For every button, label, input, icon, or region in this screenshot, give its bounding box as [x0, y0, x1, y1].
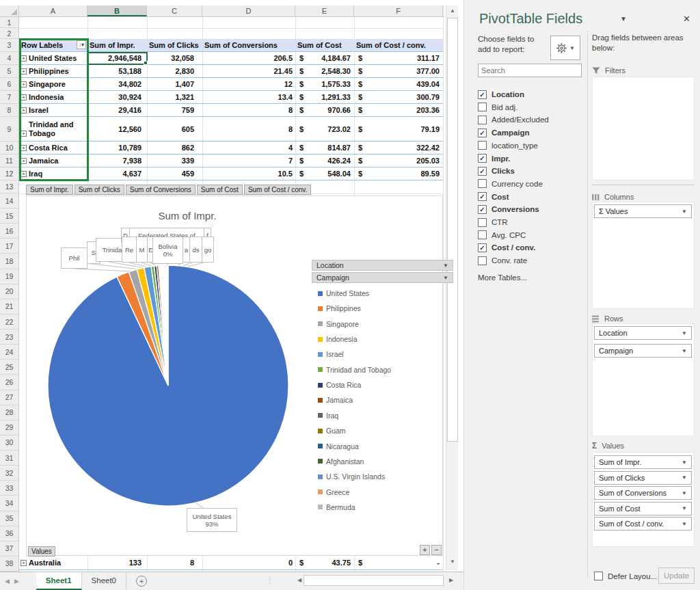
legend-item[interactable]: Israel — [318, 349, 344, 359]
pane-close-icon[interactable]: ✕ — [683, 14, 690, 24]
scroll-down-icon[interactable]: ▼ — [447, 557, 458, 567]
row-header-16[interactable]: 16 — [0, 224, 18, 239]
row-header-22[interactable]: 22 — [0, 314, 18, 330]
legend-item[interactable]: Jamaica — [318, 395, 353, 405]
row-header-5[interactable]: 5 — [0, 65, 18, 78]
row-header-6[interactable]: 6 — [0, 78, 18, 91]
scroll-up-icon[interactable]: ▲ — [447, 5, 458, 16]
field-item-location[interactable]: ✓Location — [478, 88, 584, 100]
legend-item[interactable]: Philippines — [318, 304, 361, 313]
column-header-D[interactable]: D — [202, 5, 295, 16]
collapse-entire-field-button[interactable]: − — [431, 545, 442, 555]
field-item-campaign[interactable]: ✓Campaign — [478, 126, 584, 139]
horizontal-scroll-thumb[interactable] — [304, 575, 444, 586]
scroll-right-icon[interactable]: ▶ — [446, 575, 457, 586]
values-field-sum-of-cost[interactable]: Sum of Cost▼ — [594, 502, 692, 515]
row-header-1[interactable]: 1 — [0, 17, 18, 28]
chart-field-button-campaign[interactable]: Campaign▼ — [312, 272, 453, 283]
row-header-13[interactable]: 13 — [0, 180, 18, 193]
sheet-tab-sheet1[interactable]: Sheet1 — [36, 572, 82, 590]
values-field-button[interactable]: Values — [28, 546, 55, 557]
values-field-sum-of-impr-[interactable]: Sum of Impr.▼ — [594, 455, 692, 469]
legend-item[interactable]: Greece — [318, 487, 349, 497]
legend-item[interactable]: Costa Rica — [318, 380, 361, 390]
legend-item[interactable]: U.S. Virgin Islands — [318, 472, 385, 481]
columns-field-values[interactable]: Σ Values▼ — [594, 204, 692, 218]
tab-scroll-right-icon[interactable]: ▶ — [14, 572, 24, 590]
checkbox-icon[interactable]: ✓ — [478, 167, 487, 176]
checkbox-icon[interactable] — [478, 116, 487, 124]
row-header-34[interactable]: 34 — [0, 496, 18, 511]
tools-gear-button[interactable]: ▼ — [550, 36, 580, 60]
row-header-11[interactable]: 11 — [0, 155, 18, 167]
row-header-17[interactable]: 17 — [0, 239, 18, 254]
rows-field-location[interactable]: Location▼ — [594, 326, 692, 340]
field-item-cost-conv-[interactable]: ✓Cost / conv. — [478, 241, 584, 254]
row-header-20[interactable]: 20 — [0, 284, 18, 299]
field-item-added-excluded[interactable]: Added/Excluded — [478, 113, 584, 126]
row-header-25[interactable]: 25 — [0, 360, 18, 375]
values-field-sum-of-cost-conv-[interactable]: Sum of Cost / conv.▼ — [594, 517, 692, 531]
values-field-sum-of-clicks[interactable]: Sum of Clicks▼ — [594, 471, 692, 485]
filters-dropzone[interactable] — [592, 77, 695, 180]
row-header-28[interactable]: 28 — [0, 405, 18, 420]
pie-chart[interactable] — [46, 264, 290, 507]
chart-field-button-location[interactable]: Location▼ — [312, 260, 453, 271]
legend-item[interactable]: Trinidad and Tobago — [318, 365, 391, 375]
row-header-35[interactable]: 35 — [0, 511, 18, 526]
legend-item[interactable]: Guam — [318, 426, 346, 435]
pane-divider[interactable] — [587, 31, 588, 578]
field-search[interactable] — [478, 64, 582, 77]
search-input[interactable] — [479, 66, 581, 75]
select-all-corner[interactable] — [0, 5, 19, 16]
row-header-19[interactable]: 19 — [0, 269, 18, 284]
row-header-15[interactable]: 15 — [0, 209, 18, 224]
rows-dropzone[interactable] — [592, 323, 695, 436]
checkbox-icon[interactable]: ✓ — [478, 90, 487, 99]
field-item-bid-adj-[interactable]: Bid adj. — [478, 101, 584, 113]
checkbox-icon[interactable]: ✓ — [478, 243, 487, 252]
field-item-cost[interactable]: ✓Cost — [478, 191, 584, 203]
field-item-currency-code[interactable]: Currency code — [478, 178, 584, 190]
pivot-field-button[interactable]: Sum of Impr. — [26, 185, 73, 195]
vertical-scrollbar[interactable]: ▲ ▼ — [446, 5, 458, 570]
field-item-ctr[interactable]: CTR — [478, 216, 584, 228]
legend-item[interactable]: Bermuda — [318, 502, 355, 512]
row-header-36[interactable]: 36 — [0, 526, 18, 541]
field-item-conv-rate[interactable]: Conv. rate — [478, 254, 584, 267]
more-tables-link[interactable]: More Tables... — [478, 273, 527, 282]
field-item-avg-cpc[interactable]: Avg. CPC — [478, 229, 584, 241]
row-header-18[interactable]: 18 — [0, 254, 18, 269]
row-header-12[interactable]: 12 — [0, 167, 18, 180]
column-header-A[interactable]: A — [19, 5, 88, 16]
pivot-field-button[interactable]: Sum of Cost / conv. — [244, 185, 312, 195]
tabbar-splitter[interactable]: ⋮ — [267, 572, 273, 590]
vertical-scroll-thumb[interactable] — [447, 18, 458, 442]
row-header-4[interactable]: 4 — [0, 52, 18, 65]
column-header-C[interactable]: C — [147, 5, 202, 16]
legend-item[interactable]: Afghanistan — [318, 457, 364, 466]
rows-field-campaign[interactable]: Campaign▼ — [594, 344, 692, 358]
checkbox-icon[interactable] — [478, 141, 487, 150]
column-header-B[interactable]: B — [88, 5, 147, 16]
row-header-33[interactable]: 33 — [0, 481, 18, 496]
row-header-9[interactable]: 9 — [0, 117, 18, 142]
checkbox-icon[interactable]: ✓ — [478, 192, 487, 201]
new-sheet-button[interactable]: + — [136, 576, 147, 587]
legend-item[interactable]: Iraq — [318, 411, 338, 420]
legend-item[interactable]: Nicaragua — [318, 442, 359, 451]
horizontal-scrollbar[interactable]: ◀ ▶ — [294, 575, 458, 587]
checkbox-icon[interactable] — [478, 256, 487, 265]
checkbox-icon[interactable]: ✓ — [478, 154, 487, 163]
pivot-field-button[interactable]: Sum of Cost — [197, 185, 243, 195]
sheet-tab-sheet0[interactable]: Sheet0 — [82, 572, 126, 590]
field-item-clicks[interactable]: ✓Clicks — [478, 165, 584, 177]
pivot-chart[interactable]: Sum of Impr. PhilSTrinidaDFederated Stat… — [26, 196, 443, 556]
pivot-field-button[interactable]: Sum of Conversions — [126, 185, 196, 195]
checkbox-icon[interactable]: ✓ — [478, 205, 487, 214]
row-header-38[interactable]: 38 — [0, 557, 18, 572]
row-header-3[interactable]: 3 — [0, 39, 18, 52]
checkbox-icon[interactable] — [478, 103, 487, 111]
legend-item[interactable]: Indonesia — [318, 334, 358, 344]
update-button[interactable]: Update — [658, 567, 695, 584]
